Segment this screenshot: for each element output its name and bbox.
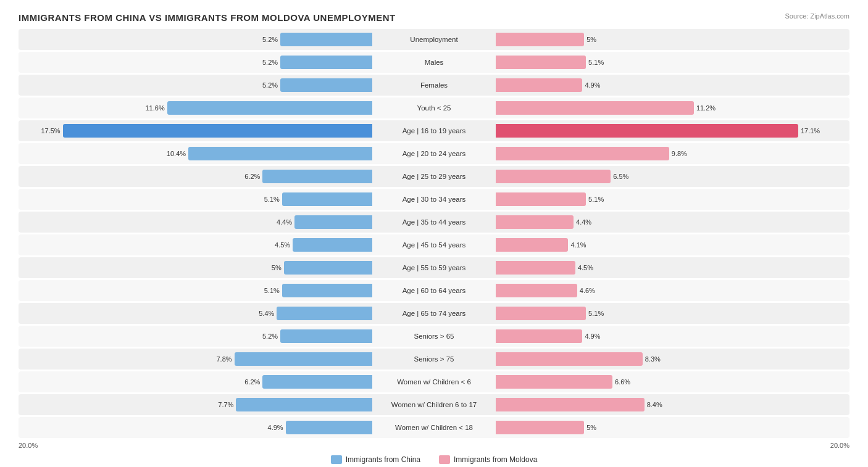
bar-row: 5.2% Males 5.1% — [19, 52, 849, 73]
row-center-label: Age | 35 to 44 years — [372, 218, 496, 226]
row-center-label: Women w/ Children 6 to 17 — [372, 401, 496, 408]
right-section: 5% — [496, 33, 849, 46]
left-section: 4.5% — [19, 238, 372, 252]
bar-blue — [277, 307, 372, 320]
bar-pink — [496, 375, 612, 389]
bar-label-left: 4.9% — [268, 424, 283, 431]
bar-label-left: 5.4% — [259, 310, 274, 317]
bar-label-right: 17.1% — [801, 127, 820, 134]
legend-item-pink: Immigrants from Moldova — [439, 455, 537, 464]
bar-label-right: 5.1% — [588, 196, 604, 203]
left-section: 7.8% — [19, 352, 372, 366]
bar-label-left: 7.7% — [218, 401, 233, 408]
bar-row: 6.2% Age | 25 to 29 years 6.5% — [19, 166, 849, 187]
left-section: 5.2% — [19, 329, 372, 343]
bar-label-right: 4.6% — [580, 287, 595, 294]
right-section: 8.4% — [496, 398, 849, 411]
right-section: 4.9% — [496, 329, 849, 343]
row-center-label: Age | 20 to 24 years — [372, 150, 496, 157]
chart-row: 5.2% Females 4.9% — [19, 75, 849, 96]
bar-label-left: 5% — [272, 264, 282, 271]
bar-label-right: 4.9% — [585, 81, 600, 89]
source-label: Source: ZipAtlas.com — [785, 12, 849, 20]
bar-blue — [280, 33, 372, 46]
chart-row: 7.8% Seniors > 75 8.3% — [19, 349, 849, 370]
bar-label-left: 11.6% — [145, 104, 164, 112]
bar-label-left: 4.5% — [275, 241, 290, 249]
bar-pink — [496, 398, 645, 411]
bar-pink — [496, 307, 586, 320]
row-center-label: Age | 55 to 59 years — [372, 264, 496, 271]
bar-row: 7.7% Women w/ Children 6 to 17 8.4% — [19, 394, 849, 415]
bar-pink — [496, 147, 669, 160]
bar-pink — [496, 421, 584, 434]
bar-pink — [496, 78, 582, 92]
right-section: 6.6% — [496, 375, 849, 389]
bar-label-left: 7.8% — [216, 355, 232, 363]
bar-label-left: 4.4% — [277, 218, 292, 226]
right-section: 9.8% — [496, 147, 849, 160]
bar-pink — [496, 192, 586, 206]
row-center-label: Women w/ Children < 6 — [372, 378, 496, 386]
row-center-label: Age | 25 to 29 years — [372, 173, 496, 180]
chart-row: 4.5% Age | 45 to 54 years 4.1% — [19, 234, 849, 255]
row-center-label: Age | 45 to 54 years — [372, 241, 496, 249]
row-center-label: Unemployment — [372, 36, 496, 43]
bar-row: 6.2% Women w/ Children < 6 6.6% — [19, 371, 849, 392]
right-section: 5% — [496, 421, 849, 434]
bar-row: 5.2% Females 4.9% — [19, 75, 849, 96]
left-section: 17.5% — [19, 124, 372, 138]
left-section: 5.1% — [19, 284, 372, 297]
bar-row: 4.4% Age | 35 to 44 years 4.4% — [19, 212, 849, 233]
row-center-label: Youth < 25 — [372, 104, 496, 112]
right-section: 4.5% — [496, 261, 849, 275]
bar-label-right: 4.1% — [570, 241, 586, 249]
right-section: 5.1% — [496, 192, 849, 206]
bar-blue — [262, 375, 372, 389]
bar-label-left: 5.2% — [262, 59, 278, 66]
row-center-label: Males — [372, 59, 496, 66]
bar-row: 5.1% Age | 60 to 64 years 4.6% — [19, 280, 849, 301]
bar-label-right: 8.4% — [647, 401, 662, 408]
row-center-label: Age | 65 to 74 years — [372, 310, 496, 317]
chart-row: 7.7% Women w/ Children 6 to 17 8.4% — [19, 394, 849, 415]
bar-blue — [236, 398, 372, 411]
bar-label-right: 9.8% — [672, 150, 687, 157]
bar-row: 4.5% Age | 45 to 54 years 4.1% — [19, 234, 849, 255]
bar-label-right: 6.5% — [613, 173, 628, 180]
right-section: 4.6% — [496, 284, 849, 297]
legend-label-pink: Immigrants from Moldova — [454, 455, 537, 464]
bar-row: 7.8% Seniors > 75 8.3% — [19, 349, 849, 370]
bar-blue — [294, 215, 372, 229]
chart-row: 5.1% Age | 60 to 64 years 4.6% — [19, 280, 849, 301]
right-section: 4.4% — [496, 215, 849, 229]
bar-blue — [280, 329, 372, 343]
bar-label-left: 5.2% — [262, 81, 278, 89]
bar-label-right: 5.1% — [588, 59, 604, 66]
left-section: 5.4% — [19, 307, 372, 320]
chart-row: 10.4% Age | 20 to 24 years 9.8% — [19, 143, 849, 164]
bar-pink — [496, 33, 584, 46]
right-section: 4.1% — [496, 238, 849, 252]
chart-row: 5.2% Seniors > 65 4.9% — [19, 326, 849, 347]
row-center-label: Age | 16 to 19 years — [372, 127, 496, 134]
rows-container: 5.2% Unemployment 5% 5.2% Males 5.1% 5 — [19, 29, 849, 438]
bar-pink — [496, 124, 798, 138]
bar-label-left: 5.1% — [264, 196, 280, 203]
left-section: 4.9% — [19, 421, 372, 434]
bar-pink — [496, 284, 577, 297]
chart-row: 5.2% Males 5.1% — [19, 52, 849, 73]
axis-label-left: 20.0% — [19, 442, 38, 449]
row-center-label: Age | 30 to 34 years — [372, 196, 496, 203]
right-section: 5.1% — [496, 307, 849, 320]
axis-label-right: 20.0% — [830, 442, 849, 449]
bar-label-right: 6.6% — [615, 378, 630, 386]
bar-label-right: 8.3% — [645, 355, 661, 363]
left-section: 6.2% — [19, 375, 372, 389]
bar-blue — [262, 170, 372, 183]
bar-blue — [235, 352, 372, 366]
chart-area: 5.2% Unemployment 5% 5.2% Males 5.1% 5 — [19, 29, 849, 449]
bar-label-left: 5.2% — [262, 333, 278, 340]
bar-label-right: 11.2% — [696, 104, 716, 112]
bar-blue — [282, 284, 372, 297]
